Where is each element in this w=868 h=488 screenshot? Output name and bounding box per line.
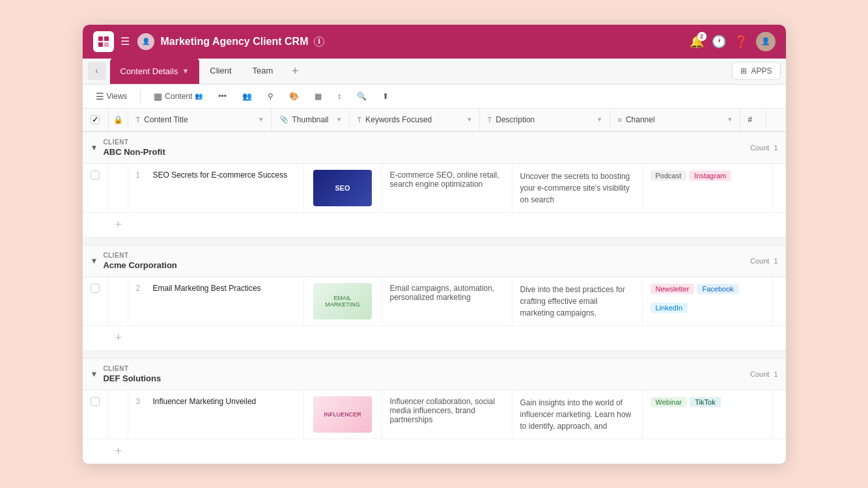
- row-height-btn[interactable]: ↕: [332, 89, 346, 103]
- row-lock-3: [109, 390, 128, 439]
- row-checkbox-2[interactable]: [83, 277, 109, 325]
- tag-facebook[interactable]: Facebook: [697, 284, 738, 294]
- add-tab-btn[interactable]: +: [286, 62, 304, 80]
- group-icon: 👥: [242, 92, 252, 101]
- share-btn[interactable]: ⬆: [377, 89, 394, 103]
- row-checkbox-1[interactable]: [83, 164, 109, 212]
- row-num-title-3: 3 Influencer Marketing Unveiled: [128, 390, 304, 439]
- info-icon[interactable]: ℹ: [314, 36, 324, 47]
- row-channel-1: Podcast Instagram: [643, 164, 773, 212]
- add-row-def[interactable]: +: [83, 439, 786, 464]
- app-title: Marketing Agency Client CRM ℹ: [161, 36, 690, 47]
- views-icon: ☰: [96, 91, 104, 102]
- row-channel-2: Newsletter Facebook LinkedIn: [643, 277, 773, 325]
- notifications-btn[interactable]: 🔔 2: [690, 34, 704, 49]
- select-all-checkbox[interactable]: ✓: [83, 109, 109, 131]
- group-collapse-abc[interactable]: ▼: [91, 143, 98, 152]
- tabs-row: ‹ Content Details ▼ Client Team + ⊞ APPS: [83, 59, 786, 85]
- row-content-title-2[interactable]: Email Marketing Best Practices: [153, 284, 261, 293]
- svg-rect-0: [98, 36, 103, 41]
- col-header-hash[interactable]: #: [740, 109, 766, 131]
- tag-linkedin[interactable]: LinkedIn: [651, 303, 688, 313]
- tag-webinar[interactable]: Webinar: [651, 397, 688, 407]
- group-header-acme[interactable]: ▼ CLIENT Acme Corporation Count 1: [83, 245, 786, 277]
- row-description-2: Dive into the best practices for craftin…: [512, 277, 643, 325]
- row-num-title-2: 2 Email Marketing Best Practices: [128, 277, 304, 325]
- table-btn[interactable]: ▦: [309, 89, 327, 103]
- menu-icon[interactable]: ☰: [120, 35, 130, 47]
- user-avatar-small: 👤: [137, 33, 154, 50]
- checkbox-all[interactable]: ✓: [91, 115, 100, 124]
- apps-btn[interactable]: ⊞ APPS: [732, 62, 780, 80]
- col-icon-attach: 📎: [279, 115, 288, 124]
- col-icon-text: T: [136, 116, 141, 124]
- help-btn[interactable]: ❓: [734, 34, 748, 49]
- row-hash-2: [773, 277, 786, 325]
- user-avatar[interactable]: 👤: [756, 32, 776, 51]
- col-expand-channel: ▾: [728, 115, 732, 124]
- more-options-btn[interactable]: •••: [213, 89, 232, 103]
- tag-newsletter[interactable]: Newsletter: [651, 284, 695, 294]
- group-client-label-def: CLIENT: [103, 365, 161, 372]
- grid-icon: ▦: [154, 91, 162, 102]
- svg-rect-3: [104, 42, 109, 47]
- col-header-thumbnail[interactable]: 📎 Thumbnail ▾: [272, 109, 350, 131]
- row-height-icon: ↕: [337, 92, 341, 101]
- col-expand-thumb: ▾: [337, 115, 341, 124]
- tag-instagram[interactable]: Instagram: [689, 170, 731, 181]
- col-header-channel[interactable]: ≡ Channel ▾: [610, 109, 740, 131]
- group-btn[interactable]: 👥: [237, 89, 257, 103]
- group-count-def: Count 1: [750, 370, 778, 378]
- row-content-title-1[interactable]: SEO Secrets for E-commerce Success: [153, 170, 288, 180]
- tab-client[interactable]: Client: [199, 58, 242, 84]
- svg-rect-1: [104, 36, 109, 41]
- table-icon: ▦: [315, 92, 322, 101]
- table-row: 3 Influencer Marketing Unveiled INFLUENC…: [83, 390, 786, 439]
- col-header-content-title[interactable]: T Content Title ▾: [128, 109, 272, 131]
- row-thumbnail-3: INFLUENCER: [304, 390, 382, 439]
- group-collapse-def[interactable]: ▼: [91, 370, 98, 379]
- sidebar-collapse-btn[interactable]: ‹: [88, 62, 106, 80]
- history-btn[interactable]: 🕐: [712, 34, 726, 49]
- row-number-1: 1: [136, 170, 147, 180]
- table-header: ✓ 🔒 T Content Title ▾ 📎 Thumbnail ▾ T Ke…: [83, 109, 786, 132]
- group-header-abc[interactable]: ▼ CLIENT ABC Non-Profit Count 1: [83, 132, 786, 164]
- color-btn[interactable]: 🎨: [284, 89, 304, 103]
- row-channel-3: Webinar TikTok: [643, 390, 773, 439]
- group-client-label-acme: CLIENT: [103, 252, 176, 259]
- row-keywords-2: Email campaigns, automation, personalize…: [382, 277, 512, 325]
- row-content-title-3[interactable]: Influencer Marketing Unveiled: [153, 397, 257, 406]
- table-row: 1 SEO Secrets for E-commerce Success SEO…: [83, 164, 786, 213]
- row-hash-3: [773, 390, 786, 439]
- color-icon: 🎨: [289, 92, 299, 101]
- thumbnail-email: EMAIL MARKETING: [313, 283, 372, 319]
- filter-btn[interactable]: ⚲: [262, 89, 279, 103]
- add-row-acme[interactable]: +: [83, 326, 786, 351]
- group-name-def: DEF Solutions: [103, 373, 161, 383]
- filter-icon: ⚲: [268, 92, 273, 101]
- row-keywords-3: Influencer collaboration, social media i…: [382, 390, 512, 439]
- row-checkbox-3[interactable]: [83, 390, 109, 439]
- tab-team[interactable]: Team: [242, 58, 284, 84]
- lock-col: 🔒: [109, 110, 128, 129]
- row-keywords-1: E-commerce SEO, online retail, search en…: [382, 164, 512, 212]
- row-number-3: 3: [136, 397, 147, 406]
- row-thumbnail-1: SEO: [304, 164, 382, 212]
- header: ☰ 👤 Marketing Agency Client CRM ℹ 🔔 2 🕐 …: [83, 25, 786, 59]
- tag-podcast[interactable]: Podcast: [651, 170, 687, 181]
- group-header-def[interactable]: ▼ CLIENT DEF Solutions Count 1: [83, 359, 786, 390]
- tab-content-details[interactable]: Content Details ▼: [110, 58, 200, 84]
- views-btn[interactable]: ☰ Views: [91, 88, 133, 104]
- row-lock-2: [109, 277, 128, 325]
- col-header-keywords[interactable]: T Keywords Focused ▾: [350, 109, 480, 131]
- group-collapse-acme[interactable]: ▼: [91, 256, 98, 265]
- search-btn[interactable]: 🔍: [352, 89, 372, 103]
- col-header-description[interactable]: T Description ▾: [480, 109, 610, 131]
- tag-tiktok[interactable]: TikTok: [690, 397, 720, 407]
- table-container: ✓ 🔒 T Content Title ▾ 📎 Thumbnail ▾ T Ke…: [83, 109, 786, 464]
- row-num-title-1: 1 SEO Secrets for E-commerce Success: [128, 164, 304, 212]
- table-row: 2 Email Marketing Best Practices EMAIL M…: [83, 277, 786, 326]
- add-row-abc[interactable]: +: [83, 213, 786, 237]
- group-client-label-abc: CLIENT: [103, 139, 165, 146]
- content-btn[interactable]: ▦ Content 👥: [148, 88, 208, 104]
